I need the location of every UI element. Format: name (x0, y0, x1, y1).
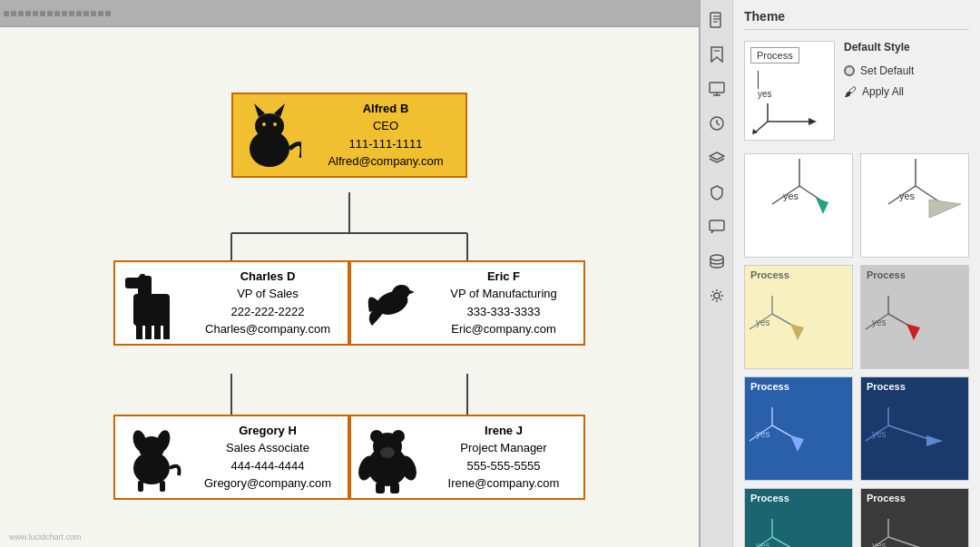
canvas-content: Alfred B CEO 111-111-1111 Alfred@company… (0, 27, 699, 547)
svg-rect-19 (163, 323, 170, 339)
svg-rect-17 (145, 323, 152, 339)
default-style-row: Process yes Default Style Set (744, 41, 969, 141)
svg-line-50 (717, 123, 720, 125)
theme-gray-dark-label: Process (861, 266, 968, 282)
svg-point-54 (714, 293, 720, 298)
bookmark-icon[interactable] (704, 42, 730, 67)
ceo-text: Alfred B CEO 111-111-1111 Alfred@company… (306, 94, 466, 176)
svg-marker-43 (711, 47, 722, 62)
svg-rect-52 (710, 220, 724, 230)
chart-wrapper: Alfred B CEO 111-111-1111 Alfred@company… (54, 38, 644, 537)
database-icon[interactable] (704, 249, 730, 274)
svg-rect-28 (138, 481, 143, 492)
svg-text:yes: yes (756, 317, 770, 327)
theme-gray-dark[interactable]: Process yes (860, 265, 969, 369)
vp2-animal (351, 264, 424, 341)
svg-point-34 (380, 447, 395, 458)
paint-icon: 🖌 (844, 84, 857, 99)
theme-blue-dark[interactable]: Process yes (860, 376, 969, 481)
svg-rect-39 (710, 13, 720, 27)
svg-text:yes: yes (872, 429, 887, 439)
emp2-text: Irene J Project Manager 555-555-5555 Ire… (424, 416, 583, 498)
emp2-animal (351, 418, 424, 495)
emp2-node[interactable]: Irene J Project Manager 555-555-5555 Ire… (349, 415, 585, 500)
svg-marker-88 (926, 435, 943, 446)
theme-blue-dark-label: Process (861, 377, 968, 394)
clock-icon[interactable] (704, 111, 730, 136)
theme-grid: yes yes Process (744, 153, 969, 547)
apply-all-label: Apply All (862, 85, 904, 98)
vp1-animal (115, 264, 188, 341)
vp2-text: Eric F VP of Manufacturing 333-333-3333 … (424, 262, 583, 344)
svg-rect-14 (133, 294, 170, 326)
svg-point-32 (370, 430, 383, 443)
theme-panel: Theme Process yes Default S (733, 0, 980, 547)
svg-point-12 (262, 122, 266, 126)
ceo-node[interactable]: Alfred B CEO 111-111-1111 Alfred@company… (231, 93, 467, 178)
theme-charcoal[interactable]: Process yes (860, 488, 969, 547)
svg-rect-18 (154, 323, 161, 339)
svg-line-92 (772, 537, 799, 547)
theme-gray-env[interactable]: yes (860, 153, 969, 258)
apply-all-row[interactable]: 🖌 Apply All (844, 84, 914, 99)
svg-point-13 (273, 122, 277, 126)
default-style-title: Default Style (844, 41, 914, 54)
set-default-row: Set Default (844, 64, 914, 77)
theme-charcoal-label: Process (861, 489, 968, 505)
theme-main-preview: Process yes (744, 41, 835, 141)
settings-icon[interactable] (704, 283, 730, 308)
svg-rect-38 (390, 483, 399, 493)
vp1-text: Charles D VP of Sales 222-222-2222 Charl… (188, 262, 348, 344)
vp2-node[interactable]: Eric F VP of Manufacturing 333-333-3333 … (349, 260, 585, 346)
svg-rect-21 (140, 274, 145, 288)
sidebar-panel: Theme Process yes Default S (701, 0, 980, 547)
emp1-text: Gregory H Sales Associate 444-444-4444 G… (188, 416, 348, 498)
svg-marker-73 (790, 324, 804, 340)
emp1-animal (115, 418, 188, 495)
theme-blue-mid-label: Process (745, 377, 852, 394)
page-icon[interactable] (704, 7, 730, 33)
default-style-options: Default Style Set Default 🖌 Apply All (844, 41, 914, 99)
svg-marker-68 (929, 200, 961, 218)
presentation-icon[interactable] (704, 76, 730, 102)
ceo-animal (233, 96, 306, 173)
svg-rect-29 (160, 481, 165, 492)
set-default-label: Set Default (860, 64, 914, 77)
theme-yellow[interactable]: Process yes (744, 265, 853, 369)
svg-rect-37 (376, 483, 385, 493)
layers-icon[interactable] (704, 145, 730, 171)
svg-point-33 (392, 430, 405, 443)
svg-marker-63 (816, 198, 828, 214)
theme-teal-bg[interactable]: Process yes (744, 488, 853, 547)
svg-marker-83 (790, 435, 804, 452)
svg-text:yes: yes (872, 317, 887, 327)
theme-title: Theme (744, 9, 969, 30)
icon-column (701, 0, 733, 547)
toolbar-dots (4, 11, 695, 16)
svg-text:yes: yes (756, 429, 770, 439)
comment-icon[interactable] (704, 214, 730, 239)
watermark: www.lucidchart.com (9, 532, 82, 542)
preview-yes-label: yes (758, 89, 772, 99)
svg-rect-16 (136, 323, 142, 339)
set-default-radio[interactable] (844, 65, 855, 76)
theme-teal-bg-label: Process (745, 489, 852, 505)
svg-marker-78 (906, 324, 920, 340)
emp1-node[interactable]: Gregory H Sales Associate 444-444-4444 G… (113, 415, 349, 500)
preview-process-label: Process (750, 47, 799, 63)
top-toolbar (0, 0, 699, 27)
svg-line-97 (888, 537, 934, 547)
svg-point-9 (255, 113, 284, 139)
shield-icon[interactable] (704, 180, 730, 205)
vp1-node[interactable]: Charles D VP of Sales 222-222-2222 Charl… (113, 260, 349, 346)
svg-marker-57 (808, 118, 817, 125)
theme-blue-mid[interactable]: Process yes (744, 376, 853, 481)
svg-marker-51 (710, 152, 724, 160)
svg-rect-20 (125, 278, 142, 288)
svg-point-53 (710, 255, 723, 260)
theme-teal[interactable]: yes (744, 153, 853, 258)
svg-rect-45 (710, 83, 724, 93)
theme-yellow-label: Process (745, 266, 852, 282)
